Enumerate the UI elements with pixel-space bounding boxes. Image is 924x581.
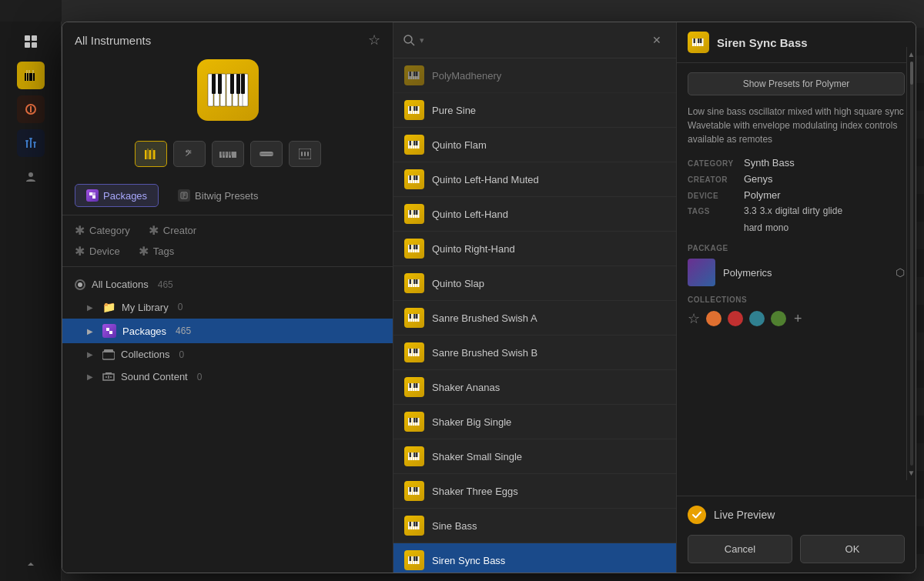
detail-scrollbar[interactable]: ▲ ▼: [906, 47, 916, 480]
ok-button[interactable]: OK: [800, 535, 905, 563]
list-item[interactable]: Quinto Left-Hand Muted: [393, 162, 676, 197]
list-item[interactable]: Quinto Flam: [393, 128, 676, 162]
scroll-down-arrow[interactable]: ▼: [908, 469, 916, 477]
cancel-button[interactable]: Cancel: [688, 535, 792, 563]
show-presets-button[interactable]: Show Presets for Polymer: [688, 72, 905, 95]
filter-section: ✱ Category ✱ Creator ✱ Device ✱ Tags: [62, 215, 393, 267]
svg-rect-36: [151, 149, 152, 159]
list-item[interactable]: Sanre Brushed Swish B: [393, 336, 676, 370]
svg-rect-45: [221, 152, 223, 155]
svg-rect-187: [410, 556, 412, 561]
tag-item[interactable]: 3.x: [760, 205, 772, 216]
list-item[interactable]: PolyMadhenery: [393, 58, 676, 93]
svg-rect-14: [26, 142, 28, 148]
filter-icon-bass[interactable]: 𝄢: [173, 141, 206, 167]
svg-rect-91: [410, 141, 412, 145]
svg-rect-9: [31, 73, 32, 81]
favorite-star-icon[interactable]: ☆: [368, 32, 380, 48]
radio-all-locations: [75, 279, 85, 290]
creator-value: Genys: [744, 173, 773, 185]
instrument-entry-icon: [404, 516, 424, 536]
list-item[interactable]: Sine Bass: [393, 509, 676, 543]
svg-rect-13: [30, 106, 32, 112]
close-search-button[interactable]: ✕: [647, 30, 667, 50]
collection-circle-teal[interactable]: [749, 311, 765, 326]
sound-content-count: 0: [197, 372, 203, 382]
instrument-entry-icon: [404, 239, 424, 259]
svg-rect-8: [29, 73, 31, 81]
tree-all-locations[interactable]: All Locations 465: [62, 273, 393, 296]
live-preview-toggle[interactable]: [688, 506, 706, 524]
tag-item[interactable]: digital: [775, 205, 799, 216]
search-icon: [403, 34, 415, 46]
device-value: Polymer: [744, 189, 781, 201]
external-link-icon[interactable]: ⬡: [896, 266, 905, 279]
svg-rect-35: [149, 150, 151, 159]
svg-rect-47: [229, 152, 232, 155]
svg-rect-157: [416, 418, 418, 422]
filter-icon-drum[interactable]: [250, 141, 283, 167]
tab-bitwig-presets[interactable]: Bitwig Presets: [166, 184, 270, 207]
list-item-selected[interactable]: Siren Sync Bass: [393, 543, 676, 573]
svg-rect-6: [27, 73, 28, 81]
svg-rect-173: [416, 487, 418, 492]
list-item[interactable]: Shaker Ananas: [393, 370, 676, 405]
daw-icon-effects[interactable]: [17, 95, 45, 123]
instrument-entry-icon: [404, 273, 424, 293]
tree-my-library[interactable]: ▶ 📁 My Library 0: [62, 296, 393, 319]
instrument-entry-icon: [404, 412, 424, 432]
svg-rect-37: [153, 150, 156, 159]
list-item[interactable]: Shaker Three Eggs: [393, 474, 676, 509]
filter-icon-midi[interactable]: [289, 141, 321, 167]
list-item[interactable]: Quinto Left-Hand: [393, 197, 676, 232]
instrument-entry-icon: [404, 377, 424, 397]
list-item[interactable]: Pure Sine: [393, 93, 676, 128]
svg-rect-61: [106, 328, 109, 331]
svg-rect-109: [416, 210, 418, 215]
collection-circle-green[interactable]: [771, 311, 786, 326]
daw-icon-instrument[interactable]: [17, 62, 45, 89]
category-label: CATEGORY: [688, 159, 738, 168]
tree-packages[interactable]: ▶ Packages 465: [62, 319, 393, 343]
collection-circle-red[interactable]: [728, 311, 743, 326]
scroll-thumb[interactable]: [910, 62, 913, 85]
collection-star-icon[interactable]: ☆: [688, 310, 700, 327]
svg-rect-44: [234, 152, 236, 158]
svg-rect-54: [89, 192, 92, 195]
instrument-entry-icon: [404, 446, 424, 466]
tag-item[interactable]: dirty: [802, 205, 820, 216]
daw-icon-mixer[interactable]: [17, 129, 45, 157]
svg-rect-220: [698, 38, 700, 43]
svg-rect-53: [307, 152, 309, 156]
daw-icon-collapse[interactable]: [25, 558, 37, 581]
list-item[interactable]: Sanre Brushed Swish A: [393, 301, 676, 336]
filter-category[interactable]: ✱ Category: [75, 222, 130, 239]
filter-creator[interactable]: ✱ Creator: [149, 222, 196, 239]
filter-icon-keyboard[interactable]: [212, 141, 244, 167]
list-item[interactable]: Quinto Slap: [393, 266, 676, 301]
search-dropdown-arrow[interactable]: ▾: [420, 35, 424, 45]
tag-item[interactable]: glide: [823, 205, 842, 216]
tag-item[interactable]: hard: [744, 222, 762, 233]
filter-device[interactable]: ✱ Device: [75, 242, 120, 260]
svg-rect-115: [410, 245, 412, 249]
scroll-up-arrow[interactable]: ▲: [908, 50, 916, 58]
tree-sound-content[interactable]: ▶ Sound Content 0: [62, 366, 393, 388]
tree-collections[interactable]: ▶ Collections 0: [62, 343, 393, 366]
list-item[interactable]: Shaker Small Single: [393, 439, 676, 474]
tab-packages[interactable]: Packages: [75, 184, 159, 207]
filter-tags[interactable]: ✱ Tags: [139, 242, 174, 260]
tag-item[interactable]: mono: [765, 222, 788, 233]
svg-rect-165: [416, 452, 418, 457]
filter-icon-grid[interactable]: [135, 141, 167, 167]
svg-rect-99: [410, 175, 412, 180]
list-item[interactable]: Shaker Big Single: [393, 405, 676, 439]
filter-row-1: ✱ Category ✱ Creator: [75, 222, 380, 239]
list-item[interactable]: Quinto Right-Hand: [393, 232, 676, 266]
collection-add-icon[interactable]: +: [794, 311, 802, 327]
instrument-entry-icon: [404, 308, 424, 328]
daw-icon-user[interactable]: [17, 163, 45, 191]
daw-icon-grid[interactable]: [17, 28, 45, 55]
tag-item[interactable]: 3.3: [744, 205, 757, 216]
collection-circle-orange[interactable]: [706, 311, 721, 326]
